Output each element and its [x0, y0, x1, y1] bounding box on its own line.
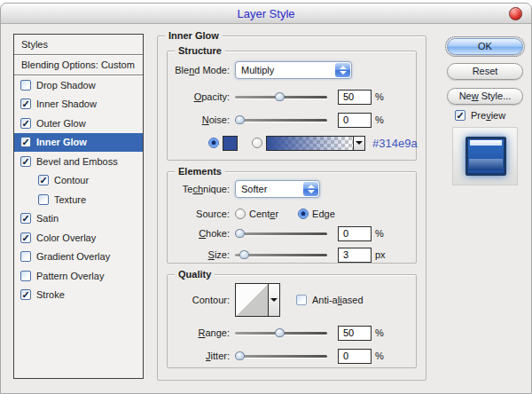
source-center-label: Center: [249, 209, 278, 219]
checkbox[interactable]: ✓: [20, 156, 31, 167]
sidebar-item-satin[interactable]: ✓Satin: [14, 209, 143, 229]
source-edge-label: Edge: [312, 209, 335, 219]
choke-slider[interactable]: [235, 228, 327, 239]
blend-mode-label: Blend Mode:: [173, 65, 230, 75]
choke-input[interactable]: [338, 226, 372, 241]
checkbox[interactable]: ✓: [20, 232, 31, 243]
preview-thumbnail: [452, 127, 518, 185]
blend-mode-value: Multiply: [236, 65, 274, 75]
opacity-input[interactable]: [338, 90, 372, 105]
checkbox[interactable]: ✓: [20, 213, 31, 224]
slider-thumb[interactable]: [239, 250, 249, 259]
preview-checkbox[interactable]: ✓: [455, 110, 466, 121]
sidebar-item-bevel-and-emboss[interactable]: ✓Bevel and Emboss: [14, 152, 143, 171]
checkbox[interactable]: ✓: [20, 289, 31, 300]
antialiased-checkbox[interactable]: [296, 295, 307, 305]
arrow-down-icon: [270, 298, 278, 302]
checkbox[interactable]: [38, 194, 49, 205]
jitter-slider[interactable]: [235, 351, 327, 361]
slider-thumb[interactable]: [275, 328, 285, 337]
technique-label: Technique:: [173, 184, 230, 194]
ok-button[interactable]: OK: [447, 38, 523, 55]
sidebar-item-contour[interactable]: ✓Contour: [14, 171, 143, 191]
noise-unit: %: [375, 114, 384, 125]
gradient-picker[interactable]: [266, 136, 365, 151]
structure-title: Structure: [175, 45, 225, 56]
jitter-label: Jitter:: [173, 351, 230, 361]
quality-title: Quality: [175, 269, 215, 280]
antialiased-label: Anti-aliased: [312, 295, 364, 305]
reset-button[interactable]: Reset: [447, 63, 523, 80]
gradient-dropdown-arrow[interactable]: [353, 137, 364, 150]
quality-section: Quality Contour: Anti-aliased Range: % J…: [167, 274, 417, 368]
sidebar-item-label: Satin: [36, 213, 59, 224]
preview-toggle: ✓ Preview: [455, 110, 505, 121]
title-bar[interactable]: Layer Style: [1, 4, 531, 24]
checkbox[interactable]: [20, 80, 31, 91]
sidebar-item-texture[interactable]: Texture: [14, 190, 143, 209]
stepper-control[interactable]: [335, 63, 350, 77]
preview-layer-image: [466, 137, 506, 176]
slider-thumb[interactable]: [235, 115, 245, 124]
sidebar-item-label: Inner Glow: [36, 137, 87, 147]
color-mode-radio[interactable]: [208, 138, 219, 148]
noise-slider[interactable]: [235, 114, 327, 125]
checkbox[interactable]: ✓: [20, 118, 31, 129]
opacity-slider[interactable]: [235, 91, 327, 102]
sidebar-item-outer-glow[interactable]: ✓Outer Glow: [14, 114, 143, 133]
slider-thumb[interactable]: [275, 92, 285, 101]
layer-style-dialog: Layer Style Styles Blending Options: Cus…: [0, 0, 532, 394]
sidebar-item-inner-shadow[interactable]: ✓Inner Shadow: [14, 95, 143, 114]
opacity-unit: %: [375, 91, 384, 102]
styles-sidebar: Styles Blending Options: Custom Drop Sha…: [13, 34, 144, 379]
sidebar-item-color-overlay[interactable]: ✓Color Overlay: [14, 228, 143, 248]
jitter-input[interactable]: [338, 349, 372, 364]
checkbox[interactable]: [20, 251, 31, 262]
range-slider[interactable]: [235, 327, 327, 338]
sidebar-item-label: Outer Glow: [36, 118, 86, 129]
sidebar-item-inner-glow[interactable]: ✓Inner Glow: [14, 133, 143, 153]
checkbox[interactable]: ✓: [20, 98, 31, 109]
checkbox[interactable]: ✓: [38, 175, 49, 185]
new-style-button[interactable]: New Style...: [447, 88, 523, 105]
arrow-up-icon: [340, 66, 347, 69]
contour-thumbnail[interactable]: [236, 284, 268, 316]
sidebar-item-label: Bevel and Emboss: [36, 156, 118, 167]
slider-thumb[interactable]: [235, 229, 245, 238]
source-radio-center[interactable]: [235, 209, 246, 219]
inner-glow-panel: Inner Glow Structure Blend Mode: Multipl…: [157, 35, 426, 381]
checkbox[interactable]: [20, 271, 31, 281]
sidebar-item-label: Stroke: [36, 289, 65, 300]
range-unit: %: [375, 327, 384, 338]
contour-label: Contour:: [173, 295, 230, 305]
sidebar-item-label: Color Overlay: [36, 232, 96, 243]
sidebar-item-pattern-overlay[interactable]: Pattern Overlay: [14, 266, 143, 286]
close-button[interactable]: [509, 7, 522, 20]
noise-input[interactable]: [338, 113, 372, 128]
sidebar-item-blending-options[interactable]: Blending Options: Custom: [14, 55, 143, 75]
panel-title: Inner Glow: [165, 30, 223, 41]
sidebar-item-stroke[interactable]: ✓Stroke: [14, 286, 143, 305]
sidebar-item-label: Drop Shadow: [36, 80, 96, 91]
slider-thumb[interactable]: [235, 351, 245, 360]
technique-select[interactable]: Softer: [235, 180, 320, 198]
elements-section: Elements Technique: Softer Source: Cente…: [167, 171, 417, 264]
glow-color-swatch[interactable]: [223, 136, 238, 151]
blend-mode-select[interactable]: Multiply: [235, 61, 352, 79]
size-slider[interactable]: [235, 249, 327, 260]
arrow-down-icon: [340, 71, 347, 75]
range-input[interactable]: [338, 326, 372, 341]
source-radio-edge[interactable]: [298, 209, 309, 219]
stepper-control[interactable]: [303, 182, 318, 196]
sidebar-item-drop-shadow[interactable]: Drop Shadow: [14, 75, 143, 95]
arrow-down-icon: [356, 141, 363, 145]
arrow-up-icon: [308, 185, 315, 188]
sidebar-item-gradient-overlay[interactable]: Gradient Overlay: [14, 248, 143, 267]
gradient-mode-radio[interactable]: [252, 138, 262, 148]
contour-picker[interactable]: [235, 283, 280, 317]
contour-dropdown-arrow[interactable]: [268, 284, 279, 316]
size-input[interactable]: [338, 248, 372, 263]
gradient-bar[interactable]: [267, 137, 353, 150]
opacity-label: Opacity:: [173, 91, 230, 102]
checkbox[interactable]: ✓: [20, 137, 31, 147]
